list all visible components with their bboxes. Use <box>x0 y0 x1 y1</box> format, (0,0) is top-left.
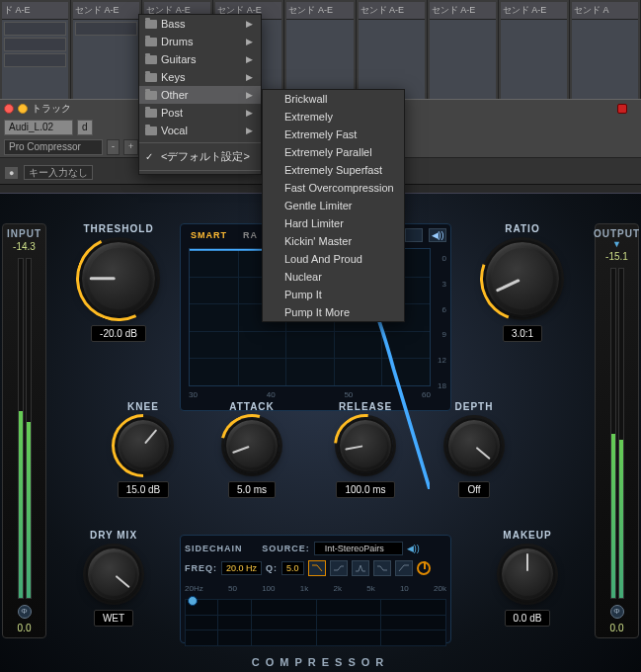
makeup-value[interactable]: 0.0 dB <box>505 610 551 627</box>
attack-knob-group: ATTACK 5.0 ms <box>212 401 291 498</box>
filter-lowpass-icon[interactable] <box>308 560 326 576</box>
folder-icon <box>145 38 157 46</box>
filter-hishelf-icon[interactable] <box>330 560 348 576</box>
freq-label: FREQ: <box>185 563 217 573</box>
submenu-item[interactable]: Extremely Fast <box>263 126 404 143</box>
menu-item-default[interactable]: ✓<デフォルト設定> <box>139 146 261 167</box>
menu-item-guitars[interactable]: Guitars▶ <box>139 50 261 68</box>
submenu-arrow-icon: ▶ <box>246 54 253 64</box>
filter-bandpass-icon[interactable] <box>352 560 369 576</box>
output-phase-button[interactable]: Φ <box>610 605 624 619</box>
submenu-item[interactable]: Brickwall <box>263 90 404 108</box>
sidechain-title: SIDECHAIN <box>185 544 243 553</box>
sidechain-filter-graph[interactable] <box>185 599 446 646</box>
submenu-item[interactable]: Fast Overcompression <box>263 179 404 197</box>
depth-value[interactable]: Off <box>458 481 489 498</box>
plus-button[interactable]: + <box>123 139 138 155</box>
submenu-item[interactable]: Nuclear <box>263 268 404 286</box>
submenu-item[interactable]: Loud And Proud <box>263 250 404 268</box>
ratio-value[interactable]: 3.0:1 <box>503 325 542 342</box>
q-value[interactable]: 5.0 <box>281 561 304 575</box>
sidechain-power-button[interactable] <box>417 561 431 575</box>
minus-button[interactable]: - <box>107 139 120 155</box>
knee-knob-group: KNEE 15.0 dB <box>104 401 183 498</box>
source-label: SOURCE: <box>262 544 310 553</box>
sidechain-listen-icon[interactable]: ◀)) <box>407 544 420 553</box>
track-col-label: センド A-E <box>501 2 567 20</box>
menu-item-post[interactable]: Post▶ <box>139 104 261 122</box>
input-gain: 0.0 <box>18 623 32 633</box>
menu-item-drums[interactable]: Drums▶ <box>139 33 261 50</box>
menu-item-keys[interactable]: Keys▶ <box>139 68 261 86</box>
track-col-label: センド A <box>572 2 638 20</box>
folder-icon <box>145 126 157 135</box>
makeup-knob-group: MAKEUP 0.0 dB <box>483 530 572 627</box>
graph-view-icon[interactable] <box>405 228 423 242</box>
release-knob[interactable] <box>338 418 393 473</box>
graph-tab-ra[interactable]: RA <box>237 228 264 242</box>
submenu-arrow-icon: ▶ <box>246 90 253 100</box>
filter-hipass-icon[interactable] <box>395 560 413 576</box>
filter-loshelf-icon[interactable] <box>373 560 391 576</box>
speaker-icon[interactable]: ◀)) <box>429 228 446 242</box>
release-knob-group: RELEASE 100.0 ms <box>321 401 410 498</box>
folder-icon <box>145 109 157 118</box>
plugin-footer-title: COMPRESSOR <box>0 656 641 668</box>
drymix-knob[interactable] <box>86 546 141 602</box>
submenu-arrow-icon: ▶ <box>246 37 253 46</box>
menu-item-bass[interactable]: Bass▶ <box>139 15 261 33</box>
output-gain: 0.0 <box>610 623 624 633</box>
depth-knob[interactable] <box>446 418 502 473</box>
preset-category-menu: Bass▶ Drums▶ Guitars▶ Keys▶ Other▶ Post▶… <box>138 14 262 175</box>
submenu-item[interactable]: Extremely Superfast <box>263 161 404 179</box>
submenu-item[interactable]: Extremely <box>263 108 404 126</box>
close-window-button[interactable] <box>4 104 14 114</box>
makeup-knob[interactable] <box>500 546 555 602</box>
track-col-label: センド A-E <box>359 2 425 20</box>
track-col-label: ド A-E <box>2 2 68 20</box>
folder-icon <box>145 91 157 100</box>
key-input-select[interactable]: キー入力なし <box>24 165 93 180</box>
submenu-item[interactable]: Pump It More <box>263 303 404 321</box>
depth-knob-group: DEPTH Off <box>435 401 514 498</box>
track-col-label: センド A-E <box>73 2 139 20</box>
freq-value[interactable]: 20.0 Hz <box>221 561 262 575</box>
filter-handle[interactable] <box>188 596 198 606</box>
source-select[interactable]: Int-StereoPairs <box>314 542 403 555</box>
ratio-knob[interactable] <box>484 240 561 317</box>
attack-value[interactable]: 5.0 ms <box>228 481 276 498</box>
knee-knob[interactable] <box>116 418 171 473</box>
threshold-value[interactable]: -20.0 dB <box>91 325 146 342</box>
bypass-button[interactable]: ● <box>4 166 19 180</box>
menu-item-vocal[interactable]: Vocal▶ <box>139 122 261 139</box>
submenu-item[interactable]: Hard Limiter <box>263 214 404 232</box>
graph-tab-smart[interactable]: SMART <box>185 228 233 242</box>
input-meter: INPUT -14.3 Φ 0.0 <box>2 223 46 638</box>
knee-value[interactable]: 15.0 dB <box>118 481 169 498</box>
submenu-item[interactable]: Kickin' Master <box>263 232 404 250</box>
submenu-item[interactable]: Extremely Parallel <box>263 143 404 161</box>
plugin-name-select[interactable]: Pro Compressor <box>4 139 103 155</box>
q-label: Q: <box>266 563 278 573</box>
folder-icon <box>145 55 157 64</box>
output-value: -15.1 <box>605 251 628 262</box>
folder-icon <box>145 73 157 82</box>
drymix-value[interactable]: WET <box>94 610 133 627</box>
release-value[interactable]: 100.0 ms <box>336 481 394 498</box>
preset-name-select[interactable]: Audi_L.02 <box>4 120 73 135</box>
submenu-item[interactable]: Gentle Limiter <box>263 197 404 214</box>
threshold-knob[interactable] <box>80 240 157 317</box>
d-button[interactable]: d <box>77 120 93 135</box>
folder-icon <box>145 20 157 29</box>
submenu-item[interactable]: Pump It <box>263 286 404 303</box>
submenu-arrow-icon: ▶ <box>246 19 253 29</box>
input-phase-button[interactable]: Φ <box>18 605 32 619</box>
track-col-label: センド A-E <box>430 2 496 20</box>
menu-item-other[interactable]: Other▶ <box>139 86 261 104</box>
ratio-knob-group: RATIO 3.0:1 <box>473 223 572 342</box>
attack-knob[interactable] <box>224 418 280 473</box>
record-indicator[interactable] <box>617 104 627 114</box>
minimize-window-button[interactable] <box>18 104 28 114</box>
output-meter: OUTPUT ▼ -15.1 Φ 0.0 <box>595 223 639 638</box>
check-icon: ✓ <box>145 151 153 162</box>
